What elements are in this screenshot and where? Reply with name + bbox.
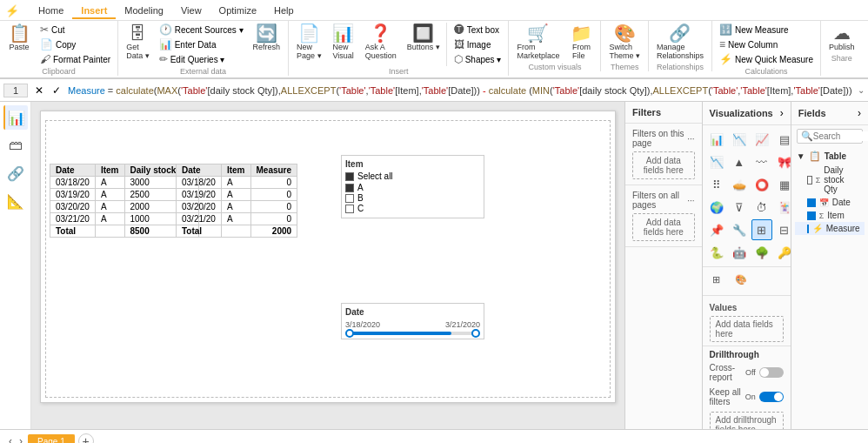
tab-optimize[interactable]: Optimize (210, 3, 265, 19)
viz-matrix-icon[interactable]: ⊟ (774, 219, 791, 240)
shapes-button[interactable]: ⬡Shapes ▾ (451, 52, 505, 66)
textbox-button[interactable]: 🅣Text box (451, 23, 505, 37)
copy-button[interactable]: 📄Copy (37, 37, 114, 51)
keep-filters-toggle[interactable]: On (745, 392, 784, 402)
date-slider-thumb-right[interactable] (471, 329, 480, 338)
viz-funnel-icon[interactable]: ⊽ (729, 197, 750, 218)
image-button[interactable]: 🖼Image (451, 37, 505, 51)
viz-ribbon-chart-icon[interactable]: 🎀 (774, 151, 791, 172)
viz-donut-icon[interactable]: ⭕ (751, 174, 772, 195)
cut-button[interactable]: ✂Cut (37, 23, 114, 37)
viz-table-icon[interactable]: ⊞ (751, 219, 772, 240)
fields-search-input[interactable] (813, 131, 868, 141)
fields-expand-icon[interactable]: › (858, 107, 861, 119)
switch-theme-button[interactable]: 🎨 SwitchTheme ▾ (604, 23, 644, 62)
viz-panel-expand-icon[interactable]: › (780, 107, 784, 119)
date-slider-track[interactable] (349, 332, 477, 335)
manage-relationships-button[interactable]: 🔗 ManageRelationships (652, 23, 708, 62)
slicer-item-c[interactable]: C (345, 204, 480, 213)
drillthrough-add-box[interactable]: Add drillthrough fields here (710, 412, 784, 429)
page-tab-1[interactable]: Page 1 (28, 434, 75, 444)
nav-report-icon[interactable]: 📊 (3, 105, 28, 130)
format-painter-button[interactable]: 🖌Format Painter (37, 52, 114, 66)
cross-report-toggle[interactable]: Off (745, 367, 784, 378)
filters-this-page-more-icon[interactable]: ··· (687, 134, 694, 144)
viz-pie-chart-icon[interactable]: 🥧 (729, 174, 750, 195)
ask-question-button[interactable]: ❓ Ask AQuestion (361, 23, 401, 62)
tab-modeling[interactable]: Modeling (116, 3, 172, 19)
new-page-button[interactable]: 📄 NewPage ▾ (292, 23, 326, 62)
viz-build-icon[interactable]: ⊞ (706, 269, 727, 290)
edit-queries-button[interactable]: ✏Edit Queries ▾ (156, 52, 247, 66)
fields-item-daily-stock[interactable]: Σ Daily stock Qty (795, 164, 865, 196)
viz-column-chart-icon[interactable]: 📈 (751, 129, 772, 150)
viz-kpi-icon[interactable]: 📌 (706, 219, 727, 240)
slicer-checkbox-c[interactable] (345, 205, 354, 213)
formula-cancel-button[interactable]: ✕ (31, 83, 47, 98)
from-marketplace-button[interactable]: 🛒 FromMarketplace (512, 23, 564, 62)
filters-this-page-add-box[interactable]: Add data fields here (632, 151, 695, 179)
fields-item-item[interactable]: Σ Item (795, 209, 865, 222)
cross-report-track[interactable] (759, 367, 784, 378)
viz-scatter-icon[interactable]: ⠿ (706, 174, 727, 195)
viz-format-icon[interactable]: 🎨 (731, 269, 751, 290)
viz-card-icon[interactable]: 🃏 (774, 197, 791, 218)
fields-item-measure[interactable]: ⚡ Measure (795, 222, 865, 235)
viz-line-chart-icon[interactable]: 📉 (706, 151, 727, 172)
viz-area-chart-icon[interactable]: ▲ (729, 151, 750, 172)
recent-sources-button[interactable]: 🕐Recent Sources ▾ (156, 23, 247, 37)
new-column-button[interactable]: ≡New Column (716, 37, 817, 51)
viz-stacked-column-icon[interactable]: ▤ (774, 129, 791, 150)
new-visual-button[interactable]: 📊 NewVisual (328, 23, 359, 62)
page-nav-next[interactable]: › (17, 435, 24, 444)
fields-checkbox-daily-stock[interactable] (807, 176, 812, 185)
fields-checkbox-date[interactable] (807, 198, 816, 207)
keep-filters-track[interactable] (759, 392, 784, 402)
slicer-checkbox-b[interactable] (345, 194, 354, 203)
tab-insert[interactable]: Insert (72, 3, 116, 19)
tab-help[interactable]: Help (265, 3, 303, 19)
filters-all-pages-add-box[interactable]: Add data fields here (632, 213, 695, 241)
slicer-item-b[interactable]: B (345, 193, 480, 203)
viz-ai-icon[interactable]: 🤖 (729, 242, 750, 263)
viz-stacked-bar-icon[interactable]: 📉 (729, 129, 750, 150)
viz-treemap-icon[interactable]: ▦ (774, 174, 791, 195)
refresh-button[interactable]: 🔄 Refresh (249, 23, 285, 53)
new-measure-button[interactable]: 🔢New Measure (716, 23, 817, 37)
formula-confirm-button[interactable]: ✓ (49, 83, 64, 98)
formula-input[interactable]: Measure = calculate(MAX('Table'[daily st… (68, 85, 854, 96)
slicer-checkbox-a[interactable] (345, 184, 354, 192)
fields-checkbox-item[interactable] (807, 211, 816, 220)
tab-view[interactable]: View (172, 3, 210, 19)
viz-key-influencers-icon[interactable]: 🔑 (774, 242, 791, 263)
date-slicer-visual[interactable]: Date 3/18/2020 3/21/2020 (341, 303, 484, 339)
nav-model-icon[interactable]: 🔗 (3, 161, 28, 185)
viz-filled-map-icon[interactable]: 🌍 (706, 197, 727, 218)
buttons-button[interactable]: 🔲 Buttons ▾ (403, 23, 444, 53)
get-data-button[interactable]: 🗄 GetData ▾ (122, 23, 154, 62)
tab-home[interactable]: Home (30, 3, 72, 19)
slicer-select-all[interactable]: Select all (345, 171, 480, 181)
page-nav-prev[interactable]: ‹ (7, 435, 14, 444)
viz-gauge-icon[interactable]: ⏱ (751, 197, 772, 218)
nav-dax-icon[interactable]: 📐 (3, 189, 28, 213)
fields-search-box[interactable]: 🔍 (797, 129, 863, 144)
new-quick-measure-button[interactable]: ⚡New Quick Measure (716, 52, 817, 66)
fields-checkbox-measure[interactable] (807, 225, 809, 233)
viz-python-icon[interactable]: 🐍 (706, 242, 727, 263)
viz-decomp-tree-icon[interactable]: 🌳 (751, 242, 772, 263)
item-slicer-visual[interactable]: Item Select all A B C (341, 155, 484, 218)
formula-expand-button[interactable]: ⌄ (858, 85, 865, 95)
viz-slicer-icon[interactable]: 🔧 (729, 219, 750, 240)
paste-button[interactable]: 📋 Paste (3, 23, 35, 53)
viz-line-stacked-icon[interactable]: 〰 (751, 151, 772, 172)
table2-visual[interactable]: Date Item Measure 03/18/20A0 03/19/20A0 … (176, 164, 297, 238)
page-add-button[interactable]: + (78, 433, 94, 444)
slicer-select-all-checkbox[interactable] (345, 172, 354, 181)
date-slider-thumb-left[interactable] (345, 329, 354, 338)
fields-table-header[interactable]: ▼ 📋 Table (795, 149, 865, 164)
filters-all-pages-more-icon[interactable]: ··· (687, 196, 694, 205)
publish-button[interactable]: ☁ Publish (825, 23, 859, 53)
viz-bar-chart-icon[interactable]: 📊 (706, 129, 727, 150)
viz-values-add-box[interactable]: Add data fields here (710, 316, 784, 342)
